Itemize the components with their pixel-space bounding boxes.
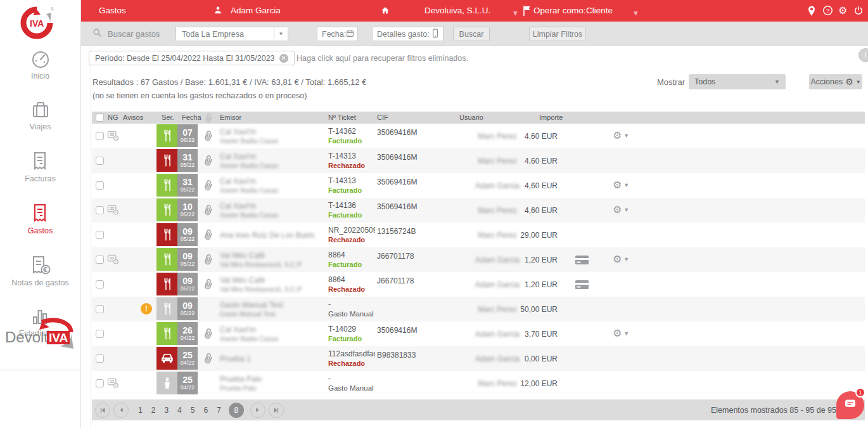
table-row[interactable]: ! 07 06/22 [92, 124, 865, 148]
issuer-cell: Cal Xavi'm Xavier Badia Casas [220, 173, 326, 198]
first-page-button[interactable] [95, 403, 110, 418]
table-row[interactable]: ! 26 04/22 [92, 321, 865, 346]
attachment-icon[interactable] [203, 179, 212, 193]
recover-filters-link[interactable]: Haga click aquí para recuperar filtros e… [297, 54, 468, 63]
table-row[interactable]: ! 25 04/22 [92, 371, 865, 396]
attachment-icon[interactable] [203, 154, 212, 168]
row-checkbox[interactable] [96, 157, 104, 165]
chevron-down-icon[interactable]: ▾ [513, 8, 518, 18]
search-button[interactable]: Buscar [453, 27, 490, 41]
page-number[interactable]: 3 [164, 406, 169, 415]
sidebar-item-notas-de-gastos[interactable]: Notas de gastos [11, 255, 68, 287]
table-row[interactable]: ! 09 05/22 [92, 223, 865, 247]
attachment-icon[interactable] [203, 278, 212, 292]
operate-as-value[interactable]: Cliente [586, 6, 613, 15]
sidebar-item-inicio[interactable]: Inicio [29, 49, 52, 81]
sidebar-item-facturas[interactable]: Facturas [25, 151, 56, 183]
select-all-checkbox[interactable] [96, 113, 104, 122]
table-row[interactable]: ! 31 05/22 [92, 173, 865, 198]
table-row[interactable]: ! 10 05/22 [92, 198, 865, 223]
attachment-icon[interactable] [203, 129, 212, 143]
category-icon [156, 223, 177, 246]
clear-filters-button[interactable]: Limpiar Filtros [529, 27, 586, 41]
attachment-icon[interactable] [203, 253, 212, 267]
ticket-number: - [328, 374, 375, 383]
page-number[interactable]: 7 [217, 406, 221, 415]
row-checkbox[interactable] [96, 379, 104, 387]
show-select[interactable]: Todos ▼ [689, 74, 786, 89]
table-row[interactable]: ! 09 05/22 [92, 272, 865, 297]
amount-value: 4,60 EUR [478, 157, 558, 165]
page-number[interactable]: 2 [151, 406, 156, 415]
home-icon[interactable] [380, 6, 390, 18]
issuer-name: Prueba 1 [220, 354, 326, 363]
row-actions-gear[interactable]: ⚙▼ [613, 253, 629, 265]
col-emisor: Emisor [220, 113, 241, 121]
col-fecha: Fecha [182, 113, 201, 121]
show-value: Todos [694, 77, 715, 86]
category-date-badge: 09 05/22 [156, 297, 198, 320]
location-pin-icon[interactable] [807, 5, 816, 19]
page-number[interactable]: 6 [203, 406, 208, 415]
row-checkbox[interactable] [96, 330, 104, 338]
actions-button[interactable]: Acciones ⚙ ▼ [809, 74, 862, 89]
chevron-down-icon[interactable]: ▼ [274, 27, 288, 41]
company-selector[interactable]: Devoluiva, S.L.U. [424, 6, 490, 15]
page-number[interactable]: 1 [138, 406, 143, 415]
expense-day: 10 [182, 202, 193, 212]
date-filter-button[interactable]: Fecha: [317, 27, 358, 41]
row-actions-gear[interactable]: ⚙▼ [613, 204, 629, 216]
power-icon[interactable] [853, 5, 864, 18]
expense-details-button[interactable]: Detalles gasto: [372, 27, 444, 41]
attachment-icon[interactable] [203, 327, 212, 341]
table-row[interactable]: ! 25 04/22 [92, 346, 865, 371]
attachment-icon[interactable] [203, 352, 212, 366]
row-checkbox[interactable] [96, 231, 104, 239]
user-name[interactable]: Adam Garcia [231, 6, 281, 15]
search-input[interactable]: Buscar gastos [93, 28, 160, 39]
table-row[interactable]: ! 09 05/22 [92, 297, 865, 321]
attachment-column-icon [205, 112, 212, 124]
prev-page-button[interactable] [113, 403, 129, 418]
info-icon[interactable]: i [858, 48, 868, 62]
row-actions-gear[interactable]: ⚙▼ [613, 327, 629, 339]
row-checkbox[interactable] [96, 181, 104, 190]
row-checkbox[interactable] [96, 280, 104, 289]
attachment-icon[interactable] [203, 204, 212, 217]
issuer-cell: Val Més Cafè Val Mes Restauració, S.C.P [220, 272, 326, 297]
row-checkbox[interactable] [96, 132, 104, 140]
page-number[interactable]: 5 [191, 406, 195, 415]
col-cif: CIF [377, 113, 388, 121]
chevron-down-icon[interactable]: ▾ [634, 8, 638, 18]
expense-day: 09 [182, 252, 193, 261]
company-scope-select[interactable]: Toda La Empresa ▼ [176, 27, 288, 41]
close-icon[interactable]: ✕ [279, 54, 288, 63]
category-date-badge: 26 04/22 [156, 322, 198, 345]
page-number[interactable]: 4 [177, 406, 182, 415]
issuer-subname: Prueba Palo [220, 384, 326, 392]
chevron-down-icon: ▼ [623, 256, 629, 263]
row-checkbox[interactable] [96, 354, 104, 363]
gear-icon[interactable]: ⚙ [838, 4, 847, 16]
show-label: Mostrar [657, 77, 685, 87]
table-row[interactable]: ! 09 05/22 [92, 247, 865, 272]
expense-date: 09 05/22 [177, 273, 198, 295]
sidebar-item-gastos[interactable]: Gastos [28, 203, 53, 235]
issuer-name: Cal Xavi'm [220, 325, 326, 334]
issuer-name: Ana Ines Ruiz De Los Buels [220, 231, 326, 240]
row-checkbox[interactable] [96, 305, 104, 313]
chevron-down-icon: ▼ [623, 182, 629, 188]
expense-note-icon [107, 204, 119, 217]
sidebar-item-label: Viajes [30, 122, 51, 131]
row-checkbox[interactable] [96, 256, 104, 264]
row-actions-gear[interactable]: ⚙▼ [613, 129, 629, 141]
last-page-button[interactable] [269, 403, 284, 418]
help-icon[interactable]: ? [822, 5, 833, 18]
row-actions-gear[interactable]: ⚙▼ [613, 179, 629, 191]
top-bar: Gastos Adam Garcia Devoluiva, S.L.U. ▾ O… [81, 0, 868, 22]
attachment-icon[interactable] [203, 228, 212, 242]
next-page-button[interactable] [250, 403, 265, 418]
sidebar-item-viajes[interactable]: Viajes [29, 100, 52, 131]
table-row[interactable]: ! 31 05/22 [92, 148, 865, 173]
row-checkbox[interactable] [96, 206, 104, 214]
